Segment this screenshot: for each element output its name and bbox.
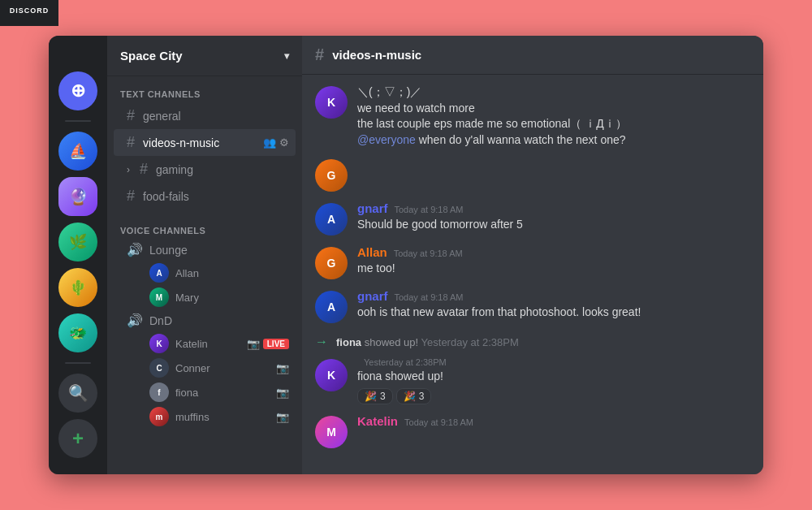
voice-user-left-muffins: m muffins [149, 407, 209, 426]
voice-user-left-allan: A Allan [149, 263, 199, 283]
message-content-allan-2: gnarf Today at 9:18 AM ooh is that new a… [357, 289, 750, 323]
message-header-allan-2: gnarf Today at 9:18 AM [357, 289, 750, 303]
reaction-1[interactable]: 🎉 3 [357, 388, 393, 404]
avatar-continuation: K [315, 86, 348, 119]
message-content-continuation: ＼(；▽；)／ we need to watch more the last c… [357, 84, 750, 148]
system-action-text: showed up! [365, 336, 421, 348]
server-dropdown-icon: ▾ [284, 50, 289, 62]
voice-user-muffins[interactable]: m muffins 📷 [114, 404, 296, 429]
voice-user-allan[interactable]: A Allan [114, 261, 296, 285]
mini-avatar-muffins: m [149, 407, 169, 426]
message-header-moongirl: Katelin Today at 9:18 AM [357, 414, 750, 428]
voice-channels-text: VOICE CHANNELS [120, 226, 205, 236]
hash-icon-food: # [127, 188, 135, 205]
system-message-text: fiona showed up! Yesterday at 2:38PM [336, 336, 519, 348]
everyone-mention: @everyone [357, 133, 416, 146]
katelin-badges: 📷 LIVE [247, 338, 289, 350]
author-allan-2: gnarf [357, 289, 388, 303]
mini-avatar-mary: M [149, 287, 169, 307]
server-header[interactable]: Space City ▾ [107, 36, 302, 76]
author-moongirl: Katelin [357, 414, 398, 428]
voice-user-conner[interactable]: C Conner 📷 [114, 356, 296, 380]
voice-username-fiona: fiona [175, 387, 198, 399]
voice-username-conner: Conner [175, 362, 210, 374]
channel-item-videos-n-music[interactable]: # videos-n-music 👥 ⚙ [114, 129, 296, 156]
gem-emoji: 🔮 [68, 187, 89, 206]
camera-icon-conner: 📷 [276, 362, 289, 374]
chat-channel-name: videos-n-music [332, 48, 421, 62]
channel-sidebar: Space City ▾ Text Channels # general # v… [107, 36, 302, 474]
speaker-icon-dnd: 🔊 [127, 313, 143, 328]
voice-user-katelin[interactable]: K Katelin 📷 LIVE [114, 331, 296, 356]
leaf-emoji: 🌿 [69, 233, 87, 251]
messages-container[interactable]: K ＼(；▽；)／ we need to watch more the last… [302, 75, 763, 474]
mini-avatar-conner: C [149, 358, 169, 378]
server-name: Space City [120, 49, 284, 63]
voice-channel-lounge-name: Lounge [149, 244, 188, 257]
camera-icon-muffins: 📷 [276, 411, 289, 423]
chat-hash-icon: # [315, 45, 324, 64]
hash-icon-gaming: # [140, 161, 148, 178]
mini-avatar-fiona: f [149, 382, 169, 402]
members-icon[interactable]: 👥 [263, 136, 276, 149]
system-timestamp-fiona: Yesterday at 2:38PM [421, 336, 519, 348]
message-group-gnarf-2: G Allan Today at 9:18 AM me too! [302, 242, 763, 283]
voice-channel-dnd[interactable]: 🔊 DnD [114, 309, 296, 331]
hash-icon-general: # [127, 107, 135, 124]
reaction-emoji-1: 🎉 [365, 391, 377, 402]
message-content-moongirl: Katelin Today at 9:18 AM [357, 414, 750, 448]
timestamp-allan-1: Today at 9:18 AM [395, 205, 464, 214]
voice-channel-lounge[interactable]: 🔊 Lounge [114, 239, 296, 261]
channel-item-gaming[interactable]: › # gaming [114, 156, 296, 183]
channel-name-videos: videos-n-music [143, 136, 257, 149]
server-divider-2 [65, 362, 91, 364]
server-icon-cactus[interactable]: 🌵 [58, 268, 97, 307]
message-content-allan-1: gnarf Today at 9:18 AM Should be good to… [357, 201, 750, 236]
message-group-allan-1: A gnarf Today at 9:18 AM Should be good … [302, 198, 763, 239]
app-window: DISCORD ⊕ ⛵ 🔮 🌿 🌵 🐲 🔍 + Sp [49, 36, 763, 474]
channel-item-general[interactable]: # general [114, 102, 296, 129]
server-icon-dragon[interactable]: 🐲 [58, 313, 97, 352]
message-content-gnarf-2: Allan Today at 9:18 AM me too! [357, 245, 750, 279]
continuation-line-2: we need to watch more [357, 101, 750, 117]
camera-icon-fiona: 📷 [276, 387, 289, 399]
text-channels-label: Text Channels [107, 76, 302, 102]
discord-logo-icon: ⊕ [71, 80, 85, 102]
message-content-gnarf-1 [357, 158, 750, 192]
server-sidebar: DISCORD ⊕ ⛵ 🔮 🌿 🌵 🐲 🔍 + [49, 36, 107, 474]
voice-user-left-fiona: f fiona [149, 382, 198, 402]
server-divider [65, 120, 91, 122]
avatar-allan-2: A [315, 291, 348, 323]
avatar-moongirl: M [315, 416, 348, 448]
system-message-fiona: → fiona showed up! Yesterday at 2:38PM [302, 330, 763, 354]
server-icon-leaf[interactable]: 🌿 [58, 223, 97, 261]
cactus-emoji: 🌵 [69, 279, 87, 296]
settings-icon[interactable]: ⚙ [279, 136, 289, 149]
discord-home-button[interactable]: ⊕ [58, 71, 97, 110]
speaker-icon-lounge: 🔊 [127, 242, 143, 257]
message-header-katelin: Yesterday at 2:38PM [357, 357, 750, 367]
message-header-gnarf-2: Allan Today at 9:18 AM [357, 245, 750, 259]
reaction-2[interactable]: 🎉 3 [396, 388, 432, 404]
server-icon-boat[interactable]: ⛵ [58, 132, 97, 171]
avatar-katelin: K [315, 359, 348, 391]
text-channels-text: Text Channels [120, 89, 201, 99]
author-gnarf-2: Allan [357, 245, 387, 259]
timestamp-katelin: Yesterday at 2:38PM [364, 357, 447, 367]
voice-user-fiona[interactable]: f fiona 📷 [114, 380, 296, 404]
channel-item-food-fails[interactable]: # food-fails [114, 183, 296, 210]
message-text-continuation: ＼(；▽；)／ we need to watch more the last c… [357, 84, 750, 148]
explore-servers-button[interactable]: 🔍 [58, 374, 97, 413]
timestamp-moongirl: Today at 9:18 AM [404, 417, 473, 427]
voice-user-mary[interactable]: M Mary [114, 285, 296, 309]
add-server-button[interactable]: + [58, 419, 97, 458]
server-icon-gem[interactable]: 🔮 [58, 177, 97, 216]
system-user-fiona: fiona [336, 336, 361, 348]
hash-icon-videos: # [127, 134, 135, 151]
continuation-line-1: ＼(；▽；)／ [357, 84, 750, 101]
message-group-katelin: K Yesterday at 2:38PM fiona showed up! 🎉… [302, 354, 763, 408]
message-text-allan-2: ooh is that new avatar from that photosh… [357, 305, 750, 321]
avatar-gnarf-2: G [315, 247, 348, 279]
main-chat: # videos-n-music K ＼(；▽；)／ we need to wa… [302, 36, 763, 474]
chat-header: # videos-n-music [302, 36, 763, 75]
